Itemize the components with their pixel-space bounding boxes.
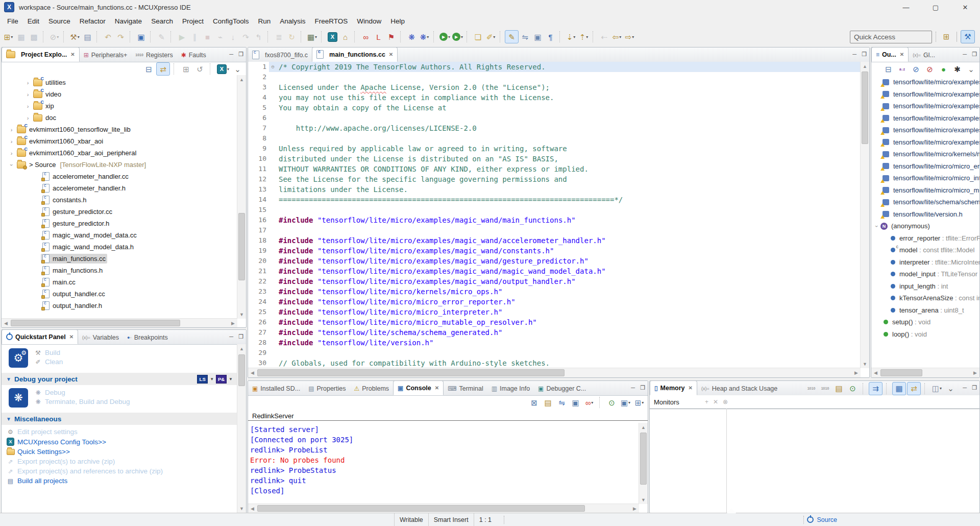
open-perspective-button[interactable]: ⊞ xyxy=(940,31,953,43)
outline-function-setup[interactable]: setup() : void xyxy=(871,316,979,328)
scrollbar-thumb[interactable] xyxy=(257,369,565,376)
scroll-left-icon[interactable]: ◀ xyxy=(248,368,257,377)
console-tab-installed-sd[interactable]: ▣Installed SD... xyxy=(248,381,304,395)
close-icon[interactable]: ✕ xyxy=(900,52,904,57)
add-monitor-button[interactable]: + xyxy=(705,398,708,405)
line-number[interactable]: 29 xyxy=(248,348,269,358)
tree-item-gesture-predictor-h[interactable]: gesture_predictor.h xyxy=(2,218,237,229)
quickstart-link-edit-project-settings[interactable]: ⚙Edit project settings xyxy=(7,428,237,436)
new-memory-rendering-button[interactable]: ▤ xyxy=(832,382,845,395)
maximize-view-button[interactable]: ❒ xyxy=(972,51,977,58)
outline-member-input-length[interactable]: input_length : int xyxy=(871,280,979,293)
view-menu-button[interactable]: ⌄ xyxy=(944,382,957,395)
outline-function-loop[interactable]: loop() : void xyxy=(871,328,979,341)
outline-include-tensorflow-lite-micro-examples-magic-wand-gesture-predictor-h[interactable]: tensorflow/lite/micro/examples/magic_wan… xyxy=(871,112,979,125)
outline-include-tensorflow-lite-schema-schema-generated-h[interactable]: tensorflow/lite/schema/schema_generated.… xyxy=(871,196,979,208)
debug-configurations-button[interactable]: ❋▾ xyxy=(418,31,431,43)
word-wrap-button[interactable]: ⇋ xyxy=(555,396,568,409)
outline-anonymous-namespace[interactable]: ›N(anonymous) xyxy=(871,220,979,232)
line-number[interactable]: 26 xyxy=(248,317,269,327)
line-number[interactable]: 13 xyxy=(248,184,269,195)
tree-item-accelerometer-handler-cc[interactable]: accelerometer_handler.cc xyxy=(2,171,237,182)
show-source-element-button[interactable]: ▣ xyxy=(531,31,544,43)
maximize-window-button[interactable]: ▢ xyxy=(921,0,950,14)
open-console-button[interactable]: ⊞▾ xyxy=(633,396,646,409)
scroll-up-icon[interactable]: ▲ xyxy=(237,344,246,353)
terminate-button[interactable]: ■ xyxy=(201,31,214,43)
open-console-view-button[interactable]: ▣ xyxy=(135,31,148,43)
quickstart-link-build[interactable]: ⚒Build xyxy=(34,349,63,356)
filter-grid-button[interactable]: ✱ xyxy=(951,63,964,75)
scroll-right-icon[interactable]: ▶ xyxy=(971,368,979,377)
instruction-stepping-button[interactable]: ≣ xyxy=(273,31,285,43)
maximize-view-button[interactable]: ❒ xyxy=(238,333,243,340)
line-number[interactable]: 9 xyxy=(248,144,269,154)
outline-member-error-reporter[interactable]: error_reporter : tflite::ErrorReporter xyxy=(871,232,979,245)
previous-annotation-button[interactable]: ⇡▾ xyxy=(577,31,590,43)
chevron-collapsed-icon[interactable]: › xyxy=(8,127,15,133)
console-tab-problems[interactable]: ⚠Problems xyxy=(350,381,394,395)
close-icon[interactable]: ✕ xyxy=(69,334,74,340)
menu-source[interactable]: Source xyxy=(44,16,75,27)
collapse-all-button[interactable]: ⊟ xyxy=(882,63,895,75)
hide-fields-button[interactable]: ⊘ xyxy=(910,63,922,75)
console-vertical-scrollbar[interactable]: ▲ ▼ xyxy=(639,423,648,504)
pin-memory-monitor-button[interactable]: ⊙ xyxy=(846,382,859,395)
line-number[interactable]: 3 xyxy=(248,82,269,92)
memory-tab-heap-and-stack-usage[interactable]: (x)=Heap and Stack Usage xyxy=(697,381,781,395)
console-horizontal-scrollbar[interactable]: ◀ ▶ xyxy=(248,504,639,513)
close-icon[interactable]: ✕ xyxy=(70,52,75,57)
collapse-all-button[interactable]: ⊟ xyxy=(142,63,155,75)
menu-search[interactable]: Search xyxy=(146,16,178,27)
scroll-down-icon[interactable]: ▼ xyxy=(861,360,869,368)
outline-include-tensorflow-lite-micro-examples-magic-wand-output-handler-h[interactable]: tensorflow/lite/micro/examples/magic_wan… xyxy=(871,136,979,149)
show-console-on-output-button[interactable]: ▣ xyxy=(569,396,582,409)
scrollbar-thumb[interactable] xyxy=(11,320,180,326)
program-flash-button[interactable]: ▦▾ xyxy=(306,31,318,43)
menu-help[interactable]: Help xyxy=(386,16,409,27)
radix-decimal-button[interactable]: 1010 xyxy=(805,382,818,395)
outline-include-tensorflow-lite-micro-examples-magic-wand-magic-wand-model-data-h[interactable]: tensorflow/lite/micro/examples/magic_wan… xyxy=(871,124,979,136)
line-number[interactable]: 7 xyxy=(248,123,269,133)
minimize-view-button[interactable]: ─ xyxy=(229,333,233,340)
tree-item-magic-wand-model-data-cc[interactable]: magic_wand_model_data.cc xyxy=(2,229,237,241)
tree-item-evkmimxrt1060-xbar-aoi-peripheral[interactable]: ›evkmimxrt1060_xbar_aoi_peripheral xyxy=(2,147,237,159)
focus-grid-button[interactable]: ⊞ xyxy=(180,63,192,75)
outline-list[interactable]: tensorflow/lite/micro/examples/magic_wan… xyxy=(871,75,979,368)
menu-window[interactable]: Window xyxy=(352,16,386,27)
close-icon[interactable]: ✕ xyxy=(389,52,393,57)
disconnect-button[interactable]: ⌁ xyxy=(214,31,227,43)
outline-member-interpreter[interactable]: interpreter : tflite::MicroInterpreter xyxy=(871,256,979,269)
fold-collapse-icon[interactable]: ⊖ xyxy=(271,62,274,72)
section-collapse-icon[interactable]: ▼ xyxy=(6,416,11,422)
run-button[interactable]: ▶▾ xyxy=(438,31,451,43)
maximize-view-button[interactable]: ❒ xyxy=(640,385,645,391)
scroll-down-icon[interactable]: ▼ xyxy=(237,310,246,319)
chevron-collapsed-icon[interactable]: › xyxy=(24,103,32,109)
quickstart-link-clean[interactable]: ✐Clean xyxy=(34,358,63,366)
chevron-collapsed-icon[interactable]: › xyxy=(24,115,32,121)
quickstart-tab-quickstart-panel[interactable]: Quickstart Panel✕ xyxy=(2,329,78,344)
minimize-view-button[interactable]: ─ xyxy=(963,51,967,58)
scrollbar-thumb[interactable] xyxy=(862,71,868,144)
line-number[interactable]: 23 xyxy=(248,286,269,297)
quickstart-link-quick-settings[interactable]: Quick Settings>> xyxy=(7,448,237,456)
quickstart-link-export-project-s-to-archive-zip[interactable]: ⇗Export project(s) to archive (zip) xyxy=(7,458,237,465)
outline-include-tensorflow-lite-micro-examples-magic-wand-main-functions-h[interactable]: tensorflow/lite/micro/examples/magic_wan… xyxy=(871,76,979,88)
line-number[interactable]: 18 xyxy=(248,235,269,246)
resume-button[interactable]: ▶ xyxy=(176,31,188,43)
save-all-button[interactable]: ▩ xyxy=(28,31,40,43)
menu-navigate[interactable]: Navigate xyxy=(110,16,146,27)
close-icon[interactable]: ✕ xyxy=(689,385,693,391)
home-button[interactable]: ⌂ xyxy=(339,31,352,43)
quickstart-vertical-scrollbar[interactable]: ▲ ▼ xyxy=(237,344,246,513)
line-number[interactable]: 19 xyxy=(248,246,269,256)
develop-perspective-button[interactable]: ⚒ xyxy=(961,30,975,43)
line-number[interactable]: 10 xyxy=(248,154,269,164)
outline-member-tensor-arena[interactable]: tensor_arena : uint8_t xyxy=(871,304,979,317)
scrollbar-thumb[interactable] xyxy=(257,505,585,512)
chevron-collapsed-icon[interactable]: › xyxy=(24,91,32,98)
hide-non-public-button[interactable]: ● xyxy=(937,63,950,75)
line-number[interactable]: 17 xyxy=(248,225,269,235)
code-editor[interactable]: 1⊖/* Copyright 2019 The TensorFlow Autho… xyxy=(248,62,861,368)
